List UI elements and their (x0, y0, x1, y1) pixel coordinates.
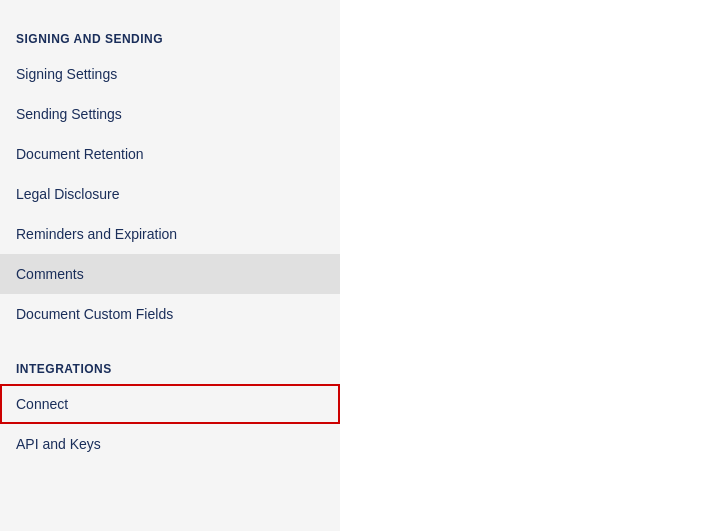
sidebar-item-comments[interactable]: Comments (0, 254, 340, 294)
sidebar-item-connect[interactable]: Connect (0, 384, 340, 424)
sidebar-item-document-custom-fields[interactable]: Document Custom Fields (0, 294, 340, 334)
page-layout: SIGNING AND SENDING Signing Settings Sen… (0, 0, 723, 531)
sidebar-item-legal-disclosure[interactable]: Legal Disclosure (0, 174, 340, 214)
sidebar-item-document-retention[interactable]: Document Retention (0, 134, 340, 174)
sidebar-item-api-and-keys[interactable]: API and Keys (0, 424, 340, 464)
section-signing-and-sending: SIGNING AND SENDING Signing Settings Sen… (0, 20, 340, 334)
sidebar: SIGNING AND SENDING Signing Settings Sen… (0, 0, 340, 531)
sidebar-item-sending-settings[interactable]: Sending Settings (0, 94, 340, 134)
section-integrations: INTEGRATIONS Connect API and Keys (0, 350, 340, 464)
section-divider (0, 334, 340, 350)
main-content (340, 0, 723, 531)
section-header-integrations: INTEGRATIONS (0, 350, 340, 384)
sidebar-item-reminders-and-expiration[interactable]: Reminders and Expiration (0, 214, 340, 254)
section-header-signing-and-sending: SIGNING AND SENDING (0, 20, 340, 54)
sidebar-item-signing-settings[interactable]: Signing Settings (0, 54, 340, 94)
